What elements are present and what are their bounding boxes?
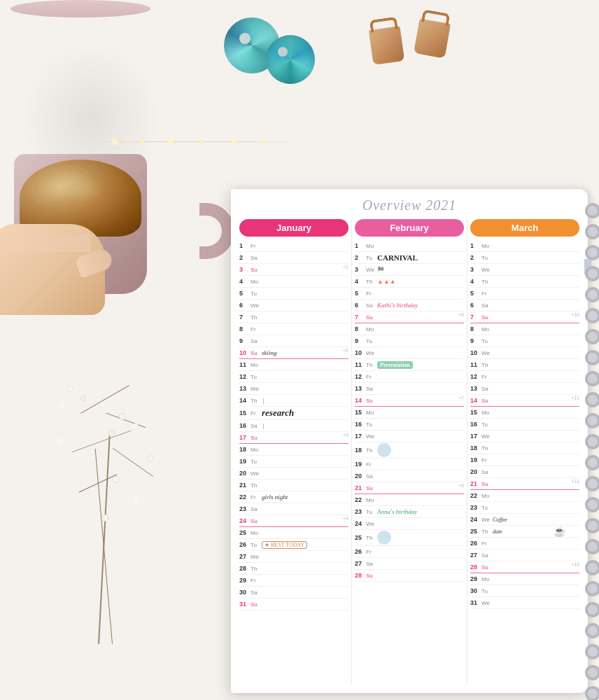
jan-day-26: 26 Tu ★ BEST TODAY (239, 539, 348, 551)
january-header: January (239, 219, 348, 237)
mar-day-3: 3 We (470, 264, 579, 276)
mar-day-23: 23 Tu (470, 502, 579, 514)
february-header: February (355, 219, 464, 237)
feb-day-15: 15 Mo (355, 407, 464, 419)
mar-day-28: 28 Su +13 (470, 561, 579, 573)
binder-clip-area (364, 14, 476, 98)
mar-day-18: 18 Th (470, 442, 579, 454)
string-lights (98, 133, 294, 154)
mar-day-8: 8 Mo (470, 323, 579, 335)
jan-day-12: 12 Tu (239, 371, 348, 383)
feb-day-22: 22 Mo (355, 494, 464, 506)
feb-day-28: 28 Su (355, 570, 464, 582)
coffee-sticker: ☕ (554, 526, 565, 538)
feb-day-19: 19 Fr (355, 458, 464, 470)
mar-day-21: 21 Su +12 (470, 478, 579, 490)
mar-day-17: 17 We (470, 430, 579, 442)
jan-day-19: 19 Tu (239, 456, 348, 468)
feb-day-18: 18 Th (355, 442, 464, 458)
january-column: January 1 Fr 2 Sa 3 Su +1 4 Mo 5 Tu (237, 219, 352, 685)
mar-day-6: 6 Sa (470, 300, 579, 312)
jan-day-29: 29 Fr (239, 575, 348, 587)
jan-day-23: 23 Sa (239, 503, 348, 515)
jan-day-27: 27 We (239, 551, 348, 563)
feb-day-4: 4 Th ▲▲▲ (355, 276, 464, 288)
feb-day-23: 23 Tu Anna's birthday (355, 506, 464, 518)
feb-day-17: 17 We (355, 430, 464, 442)
hand (0, 175, 147, 315)
jan-day-30: 30 Sa (239, 587, 348, 598)
feb-day-25: 25 Th (355, 530, 464, 546)
planner-title: Overview 2021 (231, 189, 588, 219)
jan-day-10: 10 Su skiing +2 (239, 347, 348, 359)
mar-day-29: 29 Mo (470, 573, 579, 585)
jan-day-16: 16 Sa | (239, 420, 348, 432)
feb-day-10: 10 We (355, 347, 464, 359)
mar-day-20: 20 Sa (470, 466, 579, 478)
feb-day-8: 8 Mo (355, 323, 464, 335)
feb-day-9: 9 Tu (355, 335, 464, 347)
feb-day-6: 6 Sa Kathi's birthday (355, 300, 464, 312)
february-column: February 1 Mo 2 Tu CARNIVAL 3 We 🏁 4 Th (352, 219, 467, 685)
jan-day-7: 7 Th (239, 312, 348, 323)
jan-day-2: 2 Sa (239, 252, 348, 264)
jan-day-9: 9 Sa (239, 335, 348, 347)
binder-clip-2 (414, 18, 451, 58)
mar-day-14: 14 Su +11 (470, 395, 579, 407)
jan-day-15: 15 Fr research (239, 407, 348, 420)
mar-day-19: 19 Fr (470, 454, 579, 466)
cup-rim (10, 0, 150, 18)
feb-day-20: 20 Sa (355, 470, 464, 482)
jan-day-14: 14 Th | (239, 395, 348, 407)
mar-day-7: 7 Su +10 (470, 312, 579, 323)
mar-day-9: 9 Tu (470, 335, 579, 347)
spiral-binding (585, 203, 599, 679)
jan-day-4: 4 Mo (239, 276, 348, 288)
mar-day-16: 16 Tu (470, 419, 579, 430)
mar-day-27: 27 Sa (470, 550, 579, 561)
feb-day-5: 5 Fr (355, 288, 464, 300)
jan-day-31: 31 Su (239, 598, 348, 610)
feb-day-7: 7 Su +6 (355, 312, 464, 323)
feb-day-2: 2 Tu CARNIVAL (355, 252, 464, 264)
march-header: March (470, 219, 579, 237)
mar-day-30: 30 Tu (470, 585, 579, 597)
mar-day-24: 24 We Coffee (470, 514, 579, 526)
jan-day-1: 1 Fr (239, 240, 348, 252)
jan-day-18: 18 Mo (239, 444, 348, 456)
jan-day-17: 17 Su +3 (239, 432, 348, 444)
mar-day-15: 15 Mo (470, 407, 579, 419)
mar-day-26: 26 Fr (470, 538, 579, 550)
feb-day-21: 21 Su +8 (355, 482, 464, 494)
planner-columns: January 1 Fr 2 Sa 3 Su +1 4 Mo 5 Tu (231, 219, 588, 685)
feb-day-1: 1 Mo (355, 240, 464, 252)
jan-day-6: 6 We (239, 300, 348, 312)
mar-day-2: 2 Tu (470, 252, 579, 264)
mar-day-22: 22 Mo (470, 490, 579, 502)
washi-roll-2 (266, 35, 315, 84)
feb-day-26: 26 Fr (355, 546, 464, 558)
jan-day-11: 11 Mo (239, 359, 348, 371)
feb-day-16: 16 Tu (355, 419, 464, 430)
jan-day-20: 20 We (239, 468, 348, 479)
mar-day-4: 4 Th (470, 276, 579, 288)
jan-day-22: 22 Fr girls night (239, 491, 348, 503)
feb-day-24: 24 We (355, 518, 464, 530)
feb-day-11: 11 Th Presentation (355, 359, 464, 371)
jan-day-8: 8 Fr (239, 323, 348, 335)
mar-day-11: 11 Th (470, 359, 579, 371)
flower-decoration (42, 364, 217, 644)
feb-day-14: 14 Su +7 (355, 395, 464, 407)
mar-day-1: 1 Mo (470, 240, 579, 252)
jan-day-13: 13 We (239, 383, 348, 395)
feb-day-13: 13 Sa (355, 383, 464, 395)
jan-day-21: 21 Th (239, 479, 348, 491)
feb-day-12: 12 Fr (355, 371, 464, 383)
jan-day-3: 3 Su +1 (239, 264, 348, 276)
mar-day-25: 25 Th date ☕ (470, 526, 579, 538)
march-column: March 1 Mo 2 Tu 3 We 4 Th 5 Fr (467, 219, 582, 685)
mar-day-5: 5 Fr (470, 288, 579, 300)
feb-day-3: 3 We 🏁 (355, 264, 464, 276)
planner: Overview 2021 January 1 Fr 2 Sa 3 Su +1 … (231, 189, 588, 693)
jan-day-5: 5 Tu (239, 288, 348, 300)
